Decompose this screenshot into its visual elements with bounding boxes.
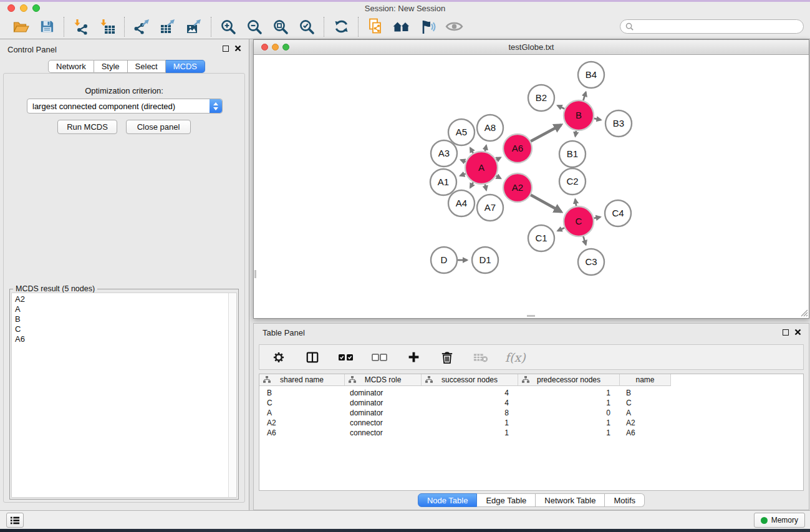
float-panel-icon[interactable] xyxy=(223,46,229,52)
tab-mcds[interactable]: MCDS xyxy=(166,60,205,73)
network-canvas[interactable]: B4B2BB3A8A5A6A3B1AC2A1A2A4A7C4CC1DD1C3 xyxy=(254,55,809,317)
refresh-layout-button[interactable] xyxy=(332,17,350,36)
search-input[interactable] xyxy=(634,22,798,32)
edge-A-A1[interactable] xyxy=(460,174,466,176)
edge-C-C4[interactable] xyxy=(594,217,600,218)
titlebar: Session: New Session xyxy=(0,0,810,14)
tab-motifs[interactable]: Motifs xyxy=(605,493,645,507)
network-close-button[interactable] xyxy=(261,44,268,51)
close-panel-button[interactable]: Close panel xyxy=(126,120,191,134)
result-list-item[interactable]: A xyxy=(12,304,236,314)
import-table-button[interactable] xyxy=(98,17,117,36)
column-header-MCDS-role[interactable]: MCDS role xyxy=(345,374,422,386)
edge-C-C1[interactable] xyxy=(557,228,564,231)
result-list-item[interactable]: A2 xyxy=(12,294,236,304)
zoom-out-button[interactable] xyxy=(245,17,264,36)
tab-network[interactable]: Network xyxy=(48,60,94,73)
edge-A-A4[interactable] xyxy=(470,183,473,188)
show-columns-button[interactable] xyxy=(303,348,322,367)
edge-B-B4[interactable] xyxy=(583,92,586,100)
node-label-B: B xyxy=(576,110,582,120)
edge-A-A2[interactable] xyxy=(496,176,501,178)
control-panel: Control Panel NetworkStyleSelectMCDS Opt… xyxy=(0,39,249,510)
export-network-button[interactable] xyxy=(132,17,151,36)
memory-label: Memory xyxy=(771,516,798,525)
float-table-panel-icon[interactable] xyxy=(783,329,789,336)
close-panel-icon[interactable] xyxy=(234,45,241,52)
column-header-name[interactable]: name xyxy=(620,374,671,386)
add-column-button[interactable] xyxy=(404,348,423,367)
column-header-predecessor-nodes[interactable]: predecessor nodes xyxy=(518,374,620,386)
tab-network-table[interactable]: Network Table xyxy=(536,493,605,507)
result-list-item[interactable]: A6 xyxy=(12,334,236,344)
export-image-button[interactable] xyxy=(185,17,203,36)
export-table-button[interactable] xyxy=(158,17,177,36)
zoom-selected-button[interactable] xyxy=(297,17,316,36)
edge-C-C3[interactable] xyxy=(583,236,586,244)
run-mcds-button[interactable]: Run MCDS xyxy=(57,120,117,134)
edge-A6-B[interactable] xyxy=(531,125,561,141)
new-network-from-selection-button[interactable] xyxy=(366,17,385,36)
delete-table-icon xyxy=(473,352,488,363)
save-session-button[interactable] xyxy=(37,17,56,36)
show-panels-list-button[interactable] xyxy=(6,513,24,528)
export-network-icon xyxy=(133,19,150,35)
network-zoom-button[interactable] xyxy=(282,44,289,51)
columns-icon xyxy=(306,351,319,364)
session-title: Session: New Session xyxy=(0,4,810,13)
zoom-fit-button[interactable] xyxy=(271,17,290,36)
edge-A2-C[interactable] xyxy=(531,195,561,212)
edge-A-A3[interactable] xyxy=(461,160,466,162)
tab-node-table[interactable]: Node Table xyxy=(418,493,478,507)
search-icon xyxy=(625,22,634,31)
edge-B-B2[interactable] xyxy=(557,105,564,109)
table-row[interactable]: Bdominator41B xyxy=(259,388,803,398)
result-list-item[interactable]: B xyxy=(12,314,236,324)
edge-A-A8[interactable] xyxy=(485,145,486,151)
tab-select[interactable]: Select xyxy=(128,60,166,73)
edge-A-A5[interactable] xyxy=(470,148,473,153)
edge-C-C2[interactable] xyxy=(575,200,576,206)
column-header-successor-nodes[interactable]: successor nodes xyxy=(422,374,518,386)
edge-A-A6[interactable] xyxy=(496,158,501,160)
table-cell: 1 xyxy=(518,389,620,397)
criterion-dropdown[interactable]: largest connected component (directed) xyxy=(27,99,223,114)
show-eye-button[interactable] xyxy=(445,17,463,36)
dropdown-stepper-icon xyxy=(210,99,222,113)
node-label-B4: B4 xyxy=(586,69,597,80)
column-header-shared-name[interactable]: shared name xyxy=(259,374,345,386)
delete-column-button[interactable] xyxy=(438,348,456,367)
table-row[interactable]: A2connector11A2 xyxy=(259,418,803,428)
table-cell: A6 xyxy=(259,428,345,437)
zoom-fit-icon xyxy=(272,19,289,35)
close-table-panel-icon[interactable] xyxy=(794,329,801,336)
network-minimize-button[interactable] xyxy=(272,44,279,51)
tab-edge-table[interactable]: Edge Table xyxy=(477,493,536,507)
result-list-item[interactable]: C xyxy=(12,324,236,334)
select-all-button[interactable] xyxy=(337,348,355,367)
home-button[interactable] xyxy=(392,17,411,36)
control-panel-tabs: NetworkStyleSelectMCDS xyxy=(48,60,205,73)
network-canvas-svg: B4B2BB3A8A5A6A3B1AC2A1A2A4A7C4CC1DD1C3 xyxy=(254,55,809,317)
hide-graphics-details-button[interactable] xyxy=(418,17,437,36)
delete-table-button[interactable] xyxy=(471,348,490,367)
edge-B-B3[interactable] xyxy=(594,118,600,120)
result-list-scrollbar[interactable] xyxy=(228,293,236,497)
table-settings-button[interactable] xyxy=(269,348,288,367)
deselect-all-button[interactable] xyxy=(370,348,389,367)
table-row[interactable]: Adominator80A xyxy=(259,408,803,418)
table-row[interactable]: A6connector11A6 xyxy=(259,428,803,438)
edge-B-B1[interactable] xyxy=(576,131,576,137)
open-session-button[interactable] xyxy=(11,17,30,36)
resize-grip-icon[interactable] xyxy=(800,309,808,317)
table-cell: B xyxy=(620,389,671,397)
edge-A-A7[interactable] xyxy=(485,184,486,190)
export-table-icon xyxy=(160,19,176,35)
import-network-button[interactable] xyxy=(72,17,90,36)
function-builder-button[interactable]: f(x) xyxy=(505,348,526,367)
table-row[interactable]: Cdominator41C xyxy=(259,398,803,408)
memory-button[interactable]: Memory xyxy=(754,513,805,528)
deselect-all-checkboxes-icon xyxy=(372,353,388,362)
zoom-in-button[interactable] xyxy=(219,17,238,36)
tab-style[interactable]: Style xyxy=(94,60,128,73)
